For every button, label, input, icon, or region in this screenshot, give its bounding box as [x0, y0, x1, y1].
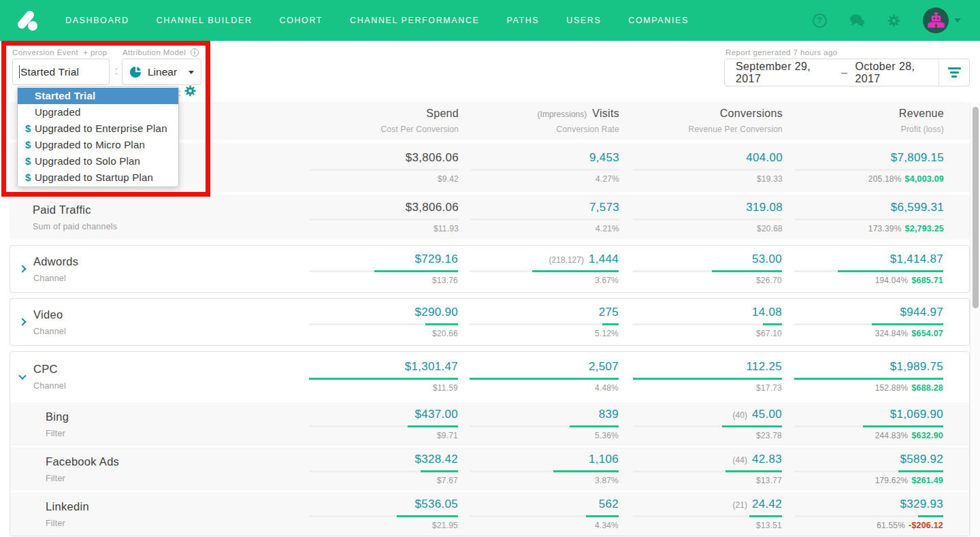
app-logo-icon[interactable] [14, 7, 41, 34]
column-header-sub: Revenue Per Conversion [689, 125, 783, 134]
value-bar [470, 378, 619, 380]
scrollbar-track[interactable] [970, 102, 980, 537]
value-bar-fill [421, 470, 458, 472]
scrollbar-thumb[interactable] [973, 107, 979, 308]
dollar-icon: $ [25, 120, 31, 137]
nav-item-channel-builder[interactable]: CHANNEL BUILDER [157, 16, 252, 25]
nav-item-companies[interactable]: COMPANIES [628, 16, 689, 25]
table-row[interactable]: BingFilter$437.00$9.718395.36%(40)45.00$… [10, 401, 969, 446]
cell-sub-value: $23.78 [756, 431, 782, 440]
dropdown-item[interactable]: $Upgraded to Enterprise Plan [18, 120, 178, 137]
robot-avatar-icon [927, 12, 945, 30]
value-bar [309, 270, 458, 272]
value-bar [794, 378, 943, 380]
cell-visits: 5624.34% [458, 498, 619, 530]
date-range-picker[interactable]: September 29, 2017 – October 28, 2017 [724, 59, 970, 86]
date-range-end: October 28, 2017 [855, 61, 938, 85]
value-bar [309, 470, 458, 472]
value-bar-fill [712, 270, 782, 272]
profit-value: $4,003.09 [905, 174, 944, 184]
column-header-main: Spend [426, 108, 459, 120]
row-title: CPC [33, 363, 308, 376]
value-bar [470, 270, 619, 272]
attribution-model-value: Linear [148, 66, 177, 78]
cell-sub-value: $11.93 [434, 224, 459, 233]
cell-main-value: 7,573 [589, 201, 619, 214]
profit-line: 61.55%-$206.12 [877, 521, 943, 530]
value-bar [470, 425, 619, 427]
cell-main-value: 42.83 [752, 453, 782, 466]
chat-icon[interactable] [849, 14, 865, 28]
info-icon[interactable]: i [191, 48, 199, 56]
cell-conversions: (44)42.83$13.77 [619, 453, 782, 485]
table-row[interactable]: VideoChannel$290.90$20.662755.12%14.08$6… [10, 299, 969, 345]
cell-revenue: $1,989.75152.88%$688.28 [782, 360, 943, 393]
row-title-cell: LinkedinFilter [10, 500, 308, 528]
profit-percent: 324.84% [875, 329, 909, 338]
table-row[interactable]: LinkedinFilter$536.05$21.955624.34%(21)2… [10, 491, 969, 536]
value-bar-fill [763, 323, 782, 325]
row-title: Bing [46, 410, 308, 423]
cell-sub-value: $20.66 [432, 329, 458, 338]
cell-sub-value: $9.71 [437, 431, 458, 440]
attribution-model-label: Attribution Model i [122, 48, 199, 56]
nav-item-paths[interactable]: PATHS [506, 16, 539, 25]
row-subtitle: Filter [46, 429, 308, 438]
nav-item-cohort[interactable]: COHORT [280, 16, 323, 25]
cell-main-value: $7,809.15 [891, 151, 944, 165]
value-bar [470, 169, 619, 171]
cell-main-value: 14.08 [752, 306, 782, 319]
table-row[interactable]: CPCChannel$1,301.47$11.592,5074.48%112.2… [10, 352, 969, 401]
help-icon[interactable]: ? [813, 14, 827, 28]
value-bar-fill [532, 270, 619, 272]
row-subtitle: Channel [33, 274, 308, 283]
chevron-down-icon[interactable] [18, 372, 26, 380]
cell-sub-value: $21.95 [432, 521, 458, 530]
profit-line: 179.62%$261.49 [875, 476, 943, 485]
table-card: CPCChannel$1,301.47$11.592,5074.48%112.2… [10, 351, 970, 536]
row-title-cell: CPCChannel [10, 363, 308, 391]
dropdown-item[interactable]: Upgraded [18, 104, 178, 120]
report-settings-gear-icon[interactable] [184, 85, 196, 99]
nav-item-dashboard[interactable]: DASHBOARD [65, 16, 129, 25]
value-bar-fill [425, 323, 458, 325]
value-bar-fill [408, 425, 458, 427]
cell-conversions: 53.00$26.70 [619, 253, 782, 285]
filter-icon[interactable] [939, 67, 969, 78]
table-row[interactable]: Paid TrafficSum of paid channels$3,806.0… [10, 195, 970, 240]
value-bar-fill [570, 425, 619, 427]
add-property-link[interactable]: + prop [83, 48, 107, 56]
cell-conversions: (21)24.42$13.51 [619, 498, 782, 530]
dropdown-item-label: Upgraded [35, 106, 80, 118]
dropdown-item[interactable]: Started Trial [18, 88, 178, 104]
row-title: Paid Traffic [33, 204, 309, 216]
cell-main-value: 53.00 [752, 253, 782, 266]
row-subtitle: Filter [46, 519, 308, 528]
value-bar [470, 218, 619, 221]
dropdown-item[interactable]: $Upgraded to Startup Plan [18, 169, 178, 186]
nav-item-users[interactable]: USERS [566, 16, 601, 25]
cell-spend: $3,806.06$11.93 [309, 201, 459, 233]
cell-main-value: $3,806.06 [406, 151, 459, 165]
gear-icon[interactable] [887, 14, 900, 27]
cell-main-value: 404.00 [746, 151, 783, 165]
cell-main-value: 562 [599, 498, 619, 511]
nav-item-channel-performance[interactable]: CHANNEL PERFORMANCE [350, 16, 479, 25]
value-bar [794, 323, 943, 325]
column-header: RevenueProfit (loss) [783, 108, 944, 134]
value-bar [309, 425, 458, 427]
attribution-model-select[interactable]: Linear [122, 59, 201, 85]
chevron-right-icon[interactable] [18, 265, 26, 272]
dropdown-item[interactable]: $Upgraded to Micro Plan [18, 137, 178, 153]
value-bar-fill [722, 425, 782, 427]
table-row[interactable]: AdwordsChannel$729.16$13.76(218,127)1,44… [10, 246, 969, 292]
cell-sub-value: 5.12% [595, 329, 619, 338]
profit-line: 324.84%$654.07 [875, 329, 943, 338]
user-menu[interactable] [923, 7, 961, 33]
cell-main-value: 45.00 [752, 408, 782, 421]
dropdown-item-label: Upgraded to Micro Plan [35, 139, 145, 150]
dropdown-item[interactable]: $Upgraded to Solo Plan [18, 153, 178, 169]
conversion-event-input[interactable]: Started Trial [12, 59, 110, 85]
table-row[interactable]: Facebook AdsFilter$328.42$7.671,1063.87%… [10, 446, 969, 491]
chevron-right-icon[interactable] [18, 318, 26, 325]
